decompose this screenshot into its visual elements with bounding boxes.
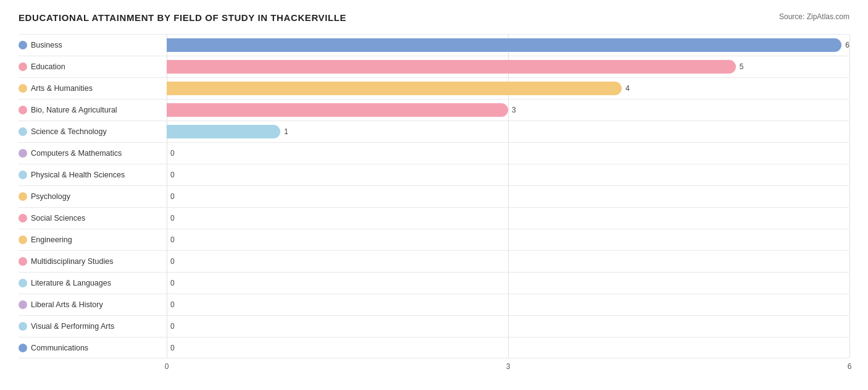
bar-dot <box>19 344 27 352</box>
x-axis-label: 3 <box>506 362 511 371</box>
bar-dot <box>19 235 27 244</box>
chart-title: EDUCATIONAL ATTAINMENT BY FIELD OF STUDY… <box>19 12 346 23</box>
bar-label: Social Sciences <box>31 214 85 223</box>
chart-header: EDUCATIONAL ATTAINMENT BY FIELD OF STUDY… <box>19 12 849 23</box>
bar-label: Visual & Performing Arts <box>31 322 114 331</box>
bar-value: 0 <box>170 279 175 287</box>
bar-row: Physical & Health Sciences0 <box>19 164 849 185</box>
bar-row: Social Sciences0 <box>19 207 849 229</box>
bar-label: Psychology <box>31 192 70 201</box>
bar-row: Bio, Nature & Agricultural3 <box>19 99 849 121</box>
bar-label: Engineering <box>31 235 72 244</box>
bar-dot <box>19 322 27 331</box>
bar-dot <box>19 62 27 71</box>
bar-row: Psychology0 <box>19 185 849 207</box>
bar-row: Computers & Mathematics0 <box>19 142 849 164</box>
bar-row: Multidisciplinary Studies0 <box>19 250 849 272</box>
chart-source: Source: ZipAtlas.com <box>779 12 849 21</box>
bar-value: 0 <box>170 344 175 352</box>
bar-row: Communications0 <box>19 337 849 358</box>
bar-label: Education <box>31 62 65 71</box>
bar-row: Education5 <box>19 56 849 77</box>
bar-dot <box>19 257 27 266</box>
bar-row: Visual & Performing Arts0 <box>19 315 849 337</box>
x-axis-label: 6 <box>848 362 852 371</box>
bar-dot <box>19 41 27 49</box>
bar-value: 0 <box>170 149 175 158</box>
bar-value: 0 <box>170 300 175 309</box>
bar-value: 0 <box>170 257 175 266</box>
bar-fill <box>167 82 622 95</box>
bar-dot <box>19 106 27 114</box>
bar-value: 0 <box>170 192 175 201</box>
bar-label: Multidisciplinary Studies <box>31 257 113 266</box>
bar-label: Arts & Humanities <box>31 84 93 93</box>
bar-value: 0 <box>170 171 175 179</box>
bar-dot <box>19 300 27 309</box>
bar-fill <box>167 60 736 74</box>
bar-dot <box>19 127 27 136</box>
bar-value: 1 <box>284 127 288 136</box>
x-axis-label: 0 <box>165 362 169 371</box>
bar-dot <box>19 171 27 179</box>
bar-value: 4 <box>625 84 630 93</box>
bar-row: Liberal Arts & History0 <box>19 294 849 315</box>
bar-row: Literature & Languages0 <box>19 272 849 294</box>
chart-area: Business6Education5Arts & Humanities4Bio… <box>19 34 849 358</box>
bar-label: Physical & Health Sciences <box>31 171 125 179</box>
bar-value: 0 <box>170 214 175 223</box>
chart-container: EDUCATIONAL ATTAINMENT BY FIELD OF STUDY… <box>19 12 849 375</box>
bar-row: Engineering0 <box>19 229 849 250</box>
bar-value: 6 <box>845 41 849 49</box>
bar-dot <box>19 279 27 287</box>
bar-label: Communications <box>31 344 88 352</box>
bar-label: Bio, Nature & Agricultural <box>31 106 117 114</box>
bar-fill <box>167 38 841 52</box>
bar-label: Science & Technology <box>31 127 107 136</box>
bar-row: Science & Technology1 <box>19 121 849 142</box>
bar-value: 0 <box>170 235 175 244</box>
bar-value: 0 <box>170 322 175 331</box>
bar-row: Business6 <box>19 34 849 56</box>
bar-label: Computers & Mathematics <box>31 149 122 158</box>
bar-value: 5 <box>740 62 744 71</box>
bar-row: Arts & Humanities4 <box>19 77 849 99</box>
bar-dot <box>19 214 27 223</box>
bar-label: Literature & Languages <box>31 279 111 287</box>
bar-dot <box>19 149 27 158</box>
bar-value: 3 <box>512 106 516 114</box>
bar-fill <box>167 103 508 117</box>
bar-label: Business <box>31 41 62 49</box>
bar-fill <box>167 125 280 138</box>
bar-dot <box>19 192 27 201</box>
bar-label: Liberal Arts & History <box>31 300 103 309</box>
bar-dot <box>19 84 27 93</box>
x-axis: 036 <box>167 362 849 375</box>
